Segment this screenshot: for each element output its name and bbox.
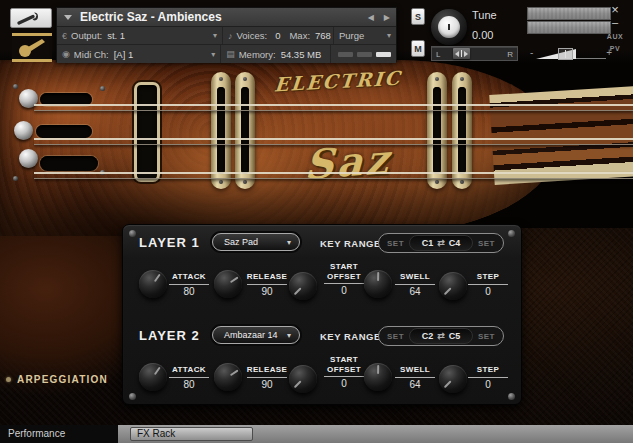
chevron-down-icon: ▾: [211, 50, 215, 59]
output-meter-right: [527, 21, 611, 34]
layer1-release-knob[interactable]: [214, 270, 242, 298]
prev-instrument-icon[interactable]: ◀: [368, 13, 374, 22]
layer1-range-high: C4: [449, 238, 461, 248]
layer2-range-display[interactable]: C2 ⇄ C5: [409, 328, 473, 344]
memory-readout: ▤ Memory: 54.35 MB: [221, 45, 331, 63]
peg-slot: [36, 125, 92, 138]
midi-value: [A] 1: [114, 49, 134, 60]
layer1-preset-dropdown[interactable]: Saz Pad ▾: [212, 233, 300, 251]
layer2-title: LAYER 2: [139, 328, 200, 343]
tuning-peg: [19, 149, 38, 168]
purge-label: Purge: [339, 30, 364, 41]
performance-panel: LAYER 1 Saz Pad ▾ KEY RANGE SET C1 ⇄ C4 …: [122, 224, 522, 405]
collapse-arrow-icon[interactable]: [64, 15, 72, 20]
pv-toggle[interactable]: PV: [600, 45, 630, 52]
led-indicator: [338, 52, 353, 57]
tab-bar: Performance FX Rack: [0, 425, 633, 443]
arpeggiation-section-toggle[interactable]: ARPEGGIATION: [0, 374, 108, 385]
close-icon[interactable]: ×: [600, 3, 630, 16]
layer2-set-low-button[interactable]: SET: [387, 332, 404, 341]
string-course: [34, 104, 633, 111]
tab-fx-rack[interactable]: FX Rack: [130, 427, 253, 441]
tune-knob[interactable]: [431, 9, 467, 45]
midi-label: Midi Ch:: [74, 49, 109, 60]
layer2-start-offset-knob[interactable]: [289, 365, 317, 393]
max-value: 768: [315, 30, 331, 41]
layer1-set-high-button[interactable]: SET: [478, 239, 495, 248]
voices-readout: ♪ Voices: 0 Max: 768: [223, 27, 334, 44]
output-select[interactable]: € Output: st. 1 ▾: [57, 27, 223, 44]
chevron-down-icon: ▾: [287, 238, 291, 247]
minimize-icon[interactable]: –: [600, 16, 630, 29]
purge-menu[interactable]: Purge ▾: [334, 27, 396, 44]
layer2-preset-value: Ambazaar 14: [224, 330, 278, 340]
instrument-title: Electric Saz - Ambiences: [80, 10, 222, 24]
wrench-icon: [16, 12, 46, 25]
solo-button[interactable]: S: [411, 8, 425, 25]
layer1-step-readout: STEP0: [461, 272, 515, 297]
layer1-key-range: SET C1 ⇄ C4 SET: [378, 233, 504, 253]
voices-value: 0: [275, 30, 280, 41]
peg-slot: [40, 156, 98, 171]
mute-button[interactable]: M: [411, 40, 425, 57]
layer2-set-high-button[interactable]: SET: [478, 332, 495, 341]
layer1-set-low-button[interactable]: SET: [387, 239, 404, 248]
instrument-title-bar[interactable]: Electric Saz - Ambiences ◀ ▶: [57, 8, 396, 27]
saz-logo-icon: [15, 38, 49, 58]
saz-neck-artwork: [489, 86, 633, 185]
output-label: Output:: [71, 30, 102, 41]
chevron-down-icon: ▾: [213, 31, 217, 40]
tune-value: 0.00: [472, 29, 493, 41]
layer2-release-knob[interactable]: [214, 363, 242, 391]
pan-left-label: L: [436, 50, 440, 59]
instrument-logo: [12, 33, 52, 62]
layer2-range-low: C2: [422, 331, 434, 341]
volume-baseline: [576, 58, 606, 59]
kontakt-instrument-window: ELECTRIC Saz Electric Saz - Ambiences ◀ …: [0, 0, 633, 443]
midi-icon: ◉: [62, 49, 70, 59]
layer2-key-range: SET C2 ⇄ C5 SET: [378, 326, 504, 346]
volume-handle[interactable]: [558, 48, 573, 60]
led-indicator-lit: [376, 52, 391, 57]
output-icon: €: [62, 31, 67, 41]
voices-label: Voices:: [237, 30, 268, 41]
layer1-range-display[interactable]: C1 ⇄ C4: [409, 235, 473, 251]
midi-channel-select[interactable]: ◉ Midi Ch: [A] 1 ▾: [57, 45, 221, 63]
pan-handle[interactable]: [453, 48, 470, 59]
aux-toggle[interactable]: AUX: [600, 33, 630, 40]
layer2-preset-dropdown[interactable]: Ambazaar 14 ▾: [212, 326, 300, 344]
max-label: Max:: [289, 30, 310, 41]
layer1-start-offset-knob[interactable]: [289, 272, 317, 300]
screw-icon: [13, 84, 18, 89]
layer1-attack-readout: ATTACK80: [162, 272, 216, 297]
next-instrument-icon[interactable]: ▶: [384, 13, 390, 22]
screw-icon: [13, 176, 18, 181]
layer2-key-range-label: KEY RANGE: [320, 331, 381, 342]
chevron-down-icon: ▾: [387, 31, 391, 40]
range-arrow-icon: ⇄: [437, 331, 445, 341]
output-value: st. 1: [107, 30, 125, 41]
layer1-title: LAYER 1: [139, 235, 200, 250]
tuning-peg: [14, 121, 33, 140]
string-course: [34, 172, 633, 179]
led-indicator: [357, 52, 372, 57]
layer2-attack-readout: ATTACK80: [162, 365, 216, 390]
memory-value: 54.35 MB: [281, 49, 322, 60]
tune-label: Tune: [472, 9, 497, 21]
pan-slider[interactable]: L R: [431, 46, 518, 61]
wrench-button[interactable]: [10, 8, 52, 28]
arpeggiation-led: [6, 377, 11, 382]
screw-icon: [100, 86, 105, 91]
pickup-slot: [134, 82, 160, 182]
tune-knob-cap: [438, 16, 460, 38]
layer1-range-low: C1: [422, 238, 434, 248]
volume-minus-label: -: [530, 47, 533, 58]
tab-performance[interactable]: Performance: [0, 425, 118, 443]
purge-state-leds: [331, 45, 396, 63]
layer1-preset-value: Saz Pad: [224, 237, 258, 247]
range-arrow-icon: ⇄: [437, 238, 445, 248]
pan-right-label: R: [507, 50, 513, 59]
memory-label: Memory:: [239, 49, 276, 60]
layer2-step-readout: STEP0: [461, 365, 515, 390]
instrument-header: Electric Saz - Ambiences ◀ ▶ € Output: s…: [56, 7, 397, 62]
